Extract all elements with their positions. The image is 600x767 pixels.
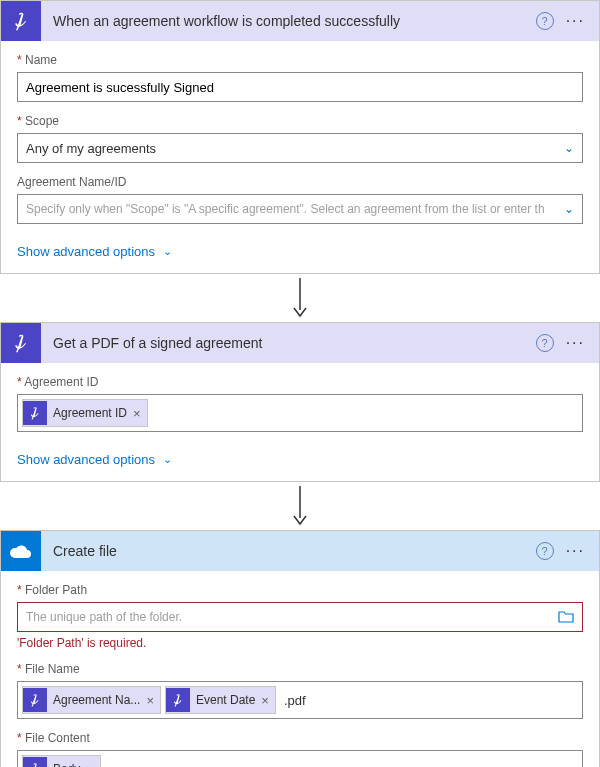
folder-path-label: Folder Path bbox=[17, 583, 583, 597]
more-icon[interactable]: ··· bbox=[566, 12, 585, 30]
agreement-id-input[interactable]: Agreement ID × bbox=[17, 394, 583, 432]
adobe-sign-icon bbox=[1, 1, 41, 41]
remove-token-icon[interactable]: × bbox=[133, 406, 141, 421]
scope-value: Any of my agreements bbox=[26, 141, 564, 156]
get-pdf-header[interactable]: Get a PDF of a signed agreement ? ··· bbox=[1, 323, 599, 363]
agreement-id-label: Agreement ID bbox=[17, 375, 583, 389]
get-pdf-body: Agreement ID Agreement ID × bbox=[1, 363, 599, 446]
agreement-id-field: Agreement ID Agreement ID × bbox=[17, 375, 583, 432]
show-advanced-link[interactable]: Show advanced options ⌄ bbox=[1, 238, 599, 273]
remove-token-icon[interactable]: × bbox=[86, 762, 94, 768]
agreement-name-placeholder: Specify only when "Scope" is "A specific… bbox=[26, 202, 558, 216]
name-field: Name bbox=[17, 53, 583, 102]
folder-path-placeholder: The unique path of the folder. bbox=[26, 610, 558, 624]
file-name-label: File Name bbox=[17, 662, 583, 676]
agreement-name-field: Agreement Name/ID Specify only when "Sco… bbox=[17, 175, 583, 224]
trigger-card: When an agreement workflow is completed … bbox=[0, 0, 600, 274]
more-icon[interactable]: ··· bbox=[566, 334, 585, 352]
chevron-down-icon: ⌄ bbox=[163, 453, 172, 466]
adobe-sign-icon bbox=[166, 688, 190, 712]
chevron-down-icon: ⌄ bbox=[564, 202, 574, 216]
get-pdf-title: Get a PDF of a signed agreement bbox=[41, 335, 536, 351]
chevron-down-icon: ⌄ bbox=[564, 141, 574, 155]
onedrive-icon bbox=[1, 531, 41, 571]
more-icon[interactable]: ··· bbox=[566, 542, 585, 560]
file-name-input[interactable]: Agreement Na... × Event Date × .pdf bbox=[17, 681, 583, 719]
remove-token-icon[interactable]: × bbox=[261, 693, 269, 708]
token-agreement-id[interactable]: Agreement ID × bbox=[22, 399, 148, 427]
help-icon[interactable]: ? bbox=[536, 542, 554, 560]
file-content-field: File Content Body × bbox=[17, 731, 583, 767]
scope-label: Scope bbox=[17, 114, 583, 128]
create-file-card: Create file ? ··· Folder Path The unique… bbox=[0, 530, 600, 767]
folder-path-input[interactable]: The unique path of the folder. bbox=[17, 602, 583, 632]
name-input-text[interactable] bbox=[26, 80, 574, 95]
adobe-sign-icon bbox=[23, 757, 47, 767]
name-label: Name bbox=[17, 53, 583, 67]
folder-picker-icon[interactable] bbox=[558, 611, 574, 623]
scope-select[interactable]: Any of my agreements ⌄ bbox=[17, 133, 583, 163]
get-pdf-card: Get a PDF of a signed agreement ? ··· Ag… bbox=[0, 322, 600, 482]
adobe-sign-icon bbox=[23, 688, 47, 712]
help-icon[interactable]: ? bbox=[536, 12, 554, 30]
folder-path-error: 'Folder Path' is required. bbox=[17, 636, 583, 650]
file-name-suffix: .pdf bbox=[284, 693, 306, 708]
token-event-date[interactable]: Event Date × bbox=[165, 686, 276, 714]
adobe-sign-icon bbox=[1, 323, 41, 363]
name-input[interactable] bbox=[17, 72, 583, 102]
remove-token-icon[interactable]: × bbox=[146, 693, 154, 708]
create-file-body: Folder Path The unique path of the folde… bbox=[1, 571, 599, 767]
flow-connector bbox=[0, 482, 600, 530]
create-file-header[interactable]: Create file ? ··· bbox=[1, 531, 599, 571]
folder-path-field: Folder Path The unique path of the folde… bbox=[17, 583, 583, 650]
trigger-header[interactable]: When an agreement workflow is completed … bbox=[1, 1, 599, 41]
create-file-title: Create file bbox=[41, 543, 536, 559]
trigger-title: When an agreement workflow is completed … bbox=[41, 13, 536, 29]
file-name-field: File Name Agreement Na... × Event Date × bbox=[17, 662, 583, 719]
token-body[interactable]: Body × bbox=[22, 755, 101, 767]
agreement-name-select[interactable]: Specify only when "Scope" is "A specific… bbox=[17, 194, 583, 224]
scope-field: Scope Any of my agreements ⌄ bbox=[17, 114, 583, 163]
trigger-body: Name Scope Any of my agreements ⌄ Agreem… bbox=[1, 41, 599, 238]
adobe-sign-icon bbox=[23, 401, 47, 425]
agreement-name-label: Agreement Name/ID bbox=[17, 175, 583, 189]
help-icon[interactable]: ? bbox=[536, 334, 554, 352]
chevron-down-icon: ⌄ bbox=[163, 245, 172, 258]
flow-connector bbox=[0, 274, 600, 322]
token-agreement-name[interactable]: Agreement Na... × bbox=[22, 686, 161, 714]
file-content-input[interactable]: Body × bbox=[17, 750, 583, 767]
file-content-label: File Content bbox=[17, 731, 583, 745]
show-advanced-link[interactable]: Show advanced options ⌄ bbox=[1, 446, 599, 481]
